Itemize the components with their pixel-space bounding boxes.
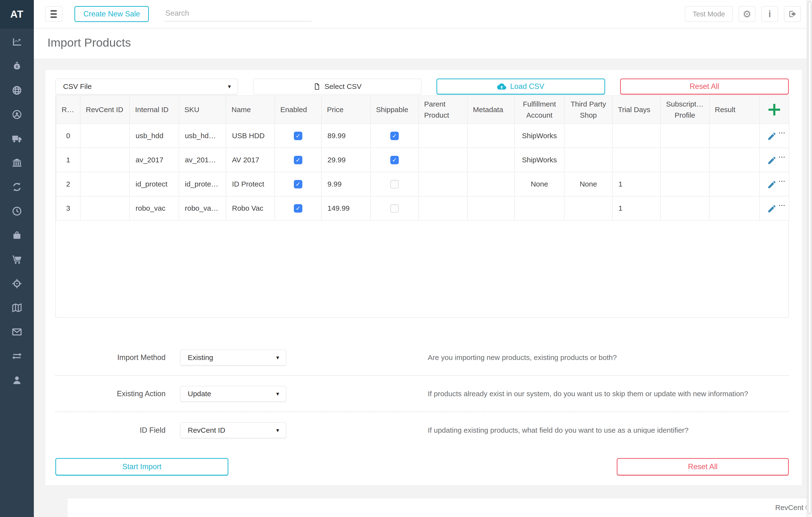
- cell-third_party_shop: None: [564, 172, 612, 196]
- csv-file-select[interactable]: CSV File ▾: [55, 79, 238, 94]
- sidebar-item-user-circle[interactable]: [0, 103, 34, 127]
- col-header-trial_days: Trial Days: [612, 96, 661, 124]
- file-icon: [313, 83, 321, 90]
- cell-revcent_id: [80, 196, 129, 220]
- sidebar-item-envelope[interactable]: [0, 321, 34, 344]
- pencil-icon: [767, 182, 777, 186]
- enabled-checkbox[interactable]: ✓: [294, 156, 302, 164]
- edit-row-button[interactable]: [765, 156, 778, 165]
- load-csv-button[interactable]: Load CSV: [436, 79, 605, 94]
- col-header-third_party_shop: Third Party Shop: [564, 96, 612, 124]
- sidebar-item-globe[interactable]: [0, 79, 34, 103]
- enabled-checkbox[interactable]: ✓: [294, 180, 302, 188]
- globe-icon: [11, 85, 23, 97]
- cell-result: [709, 148, 759, 172]
- reset-all-top-button[interactable]: Reset All: [620, 79, 789, 94]
- enabled-checkbox[interactable]: ✓: [294, 204, 302, 213]
- app-logo[interactable]: AT: [0, 0, 34, 29]
- sidebar-item-clock[interactable]: [0, 200, 34, 224]
- add-row-button[interactable]: [766, 102, 782, 117]
- cell-price: 29.99: [321, 148, 371, 172]
- scrollbar[interactable]: [807, 0, 812, 517]
- import-products-card: CSV File ▾ Select CSV Load CSV Reset All: [46, 70, 802, 485]
- sidebar-item-sync[interactable]: [0, 175, 34, 200]
- user-circle-icon: [11, 109, 23, 121]
- id-field-select[interactable]: RevCent ID▾: [180, 422, 286, 438]
- sidebar-item-map[interactable]: [0, 296, 34, 321]
- col-header-parent_product: Parent Product: [418, 96, 467, 124]
- existing-action-help-text: If products already exist in our system,…: [428, 390, 748, 398]
- edit-row-button[interactable]: [765, 180, 778, 189]
- products-table-container: RowRevCent IDInternal IDSKUNameEnabledPr…: [55, 95, 789, 318]
- col-header-result: Result: [709, 96, 759, 124]
- chevron-down-icon: ▾: [276, 390, 279, 397]
- bank-icon: [11, 157, 23, 169]
- shippable-checkbox[interactable]: [390, 180, 399, 188]
- shopping-bag-icon: [11, 230, 23, 242]
- select-csv-button[interactable]: Select CSV: [253, 79, 421, 94]
- cell-revcent_id: [80, 172, 129, 196]
- existing-action-select[interactable]: Update▾: [180, 386, 286, 402]
- gears-icon: ⚙: [743, 9, 751, 19]
- exchange-icon: [11, 351, 23, 363]
- sidebar-item-crosshairs[interactable]: [0, 272, 34, 296]
- cell-sku: id_protect_...: [179, 172, 226, 196]
- sidebar-item-money-bag[interactable]: $: [0, 55, 34, 79]
- cell-name: Robo Vac: [226, 196, 275, 220]
- shippable-checkbox[interactable]: ✓: [390, 156, 399, 164]
- start-import-button[interactable]: Start Import: [55, 458, 228, 476]
- cell-fulfillment_account: ShipWorks: [515, 124, 564, 148]
- cell-sku: robo_vac_sku: [179, 196, 226, 220]
- scrollbar-thumb[interactable]: [808, 1, 811, 514]
- user-icon: [11, 375, 23, 387]
- sidebar-item-shopping-cart[interactable]: [0, 248, 34, 272]
- id-field-select-value: RevCent ID: [188, 426, 225, 434]
- create-new-sale-button[interactable]: Create New Sale: [75, 6, 149, 22]
- sidebar-item-exchange[interactable]: [0, 344, 34, 369]
- id-field-label: ID Field: [55, 426, 180, 435]
- reset-all-bottom-button[interactable]: Reset All: [617, 458, 789, 476]
- import-method-select[interactable]: Existing▾: [180, 349, 286, 366]
- settings-button[interactable]: ⚙: [738, 6, 755, 22]
- id-field-help-text: If updating existing products, what fiel…: [428, 426, 689, 434]
- col-header-revcent_id: RevCent ID: [80, 96, 129, 124]
- import-method-label: Import Method: [55, 353, 180, 362]
- info-button[interactable]: i: [761, 6, 778, 22]
- sidebar-item-chart-line[interactable]: [0, 30, 34, 55]
- sign-out-button[interactable]: [784, 6, 801, 22]
- cell-shippable: ✓: [371, 124, 418, 148]
- map-icon: [11, 302, 23, 314]
- table-row: 0usb_hddusb_hdd_skuUSB HDD✓89.99✓ShipWor…: [56, 124, 789, 148]
- sync-icon: [11, 181, 23, 193]
- search-input[interactable]: [164, 6, 312, 22]
- cell-third_party_shop: [564, 196, 612, 220]
- cell-parent_product: [418, 148, 467, 172]
- sidebar-item-shopping-bag[interactable]: [0, 224, 34, 248]
- import-options-form: Import MethodExisting▾Are you importing …: [55, 340, 789, 448]
- sign-out-icon: [788, 9, 797, 19]
- cell-row: 3: [56, 196, 80, 220]
- hamburger-icon: [51, 10, 57, 11]
- cell-trial_days: 1: [612, 196, 661, 220]
- sidebar-item-user[interactable]: [0, 369, 34, 393]
- col-header-price: Price: [321, 96, 371, 124]
- edit-row-button[interactable]: [765, 131, 778, 141]
- shippable-checkbox[interactable]: ✓: [390, 132, 399, 140]
- sidebar-item-bank[interactable]: [0, 151, 34, 175]
- cell-trial_days: [612, 148, 661, 172]
- cell-sku: usb_hdd_sku: [179, 124, 226, 148]
- cell-row: 2: [56, 172, 80, 196]
- table-row: 2id_protectid_protect_...ID Protect✓9.99…: [56, 172, 789, 196]
- edit-row-button[interactable]: [765, 204, 778, 214]
- cell-third_party_shop: [564, 148, 612, 172]
- test-mode-button[interactable]: Test Mode: [685, 6, 733, 22]
- sidebar-nav: $: [0, 29, 34, 393]
- page-title: Import Products: [47, 36, 812, 49]
- cell-subscription_profile: [661, 196, 709, 220]
- sidebar-item-truck[interactable]: [0, 127, 34, 151]
- svg-text:$: $: [16, 65, 18, 69]
- enabled-checkbox[interactable]: ✓: [294, 132, 302, 140]
- cell-shippable: [371, 172, 418, 196]
- shippable-checkbox[interactable]: [390, 204, 399, 213]
- menu-toggle-button[interactable]: [45, 6, 62, 22]
